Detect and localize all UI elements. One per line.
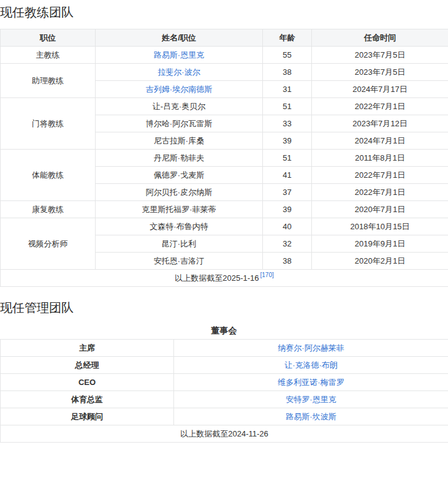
table-footnote: 以上数据截至2025-1-16[170] <box>1 270 448 287</box>
citation-sup: [170] <box>260 272 274 278</box>
coaching-table-foot: 以上数据截至2025-1-16[170] <box>1 270 448 287</box>
age-cell: 39 <box>263 201 312 218</box>
table-row: 体育总监安特罗·恩里克 <box>1 391 448 408</box>
date-cell: 2022年7月1日 <box>312 167 448 184</box>
person-link[interactable]: 吉列姆·埃尔南德斯 <box>146 85 212 94</box>
person-link[interactable]: 路易斯·坎波斯 <box>286 412 336 421</box>
table-row: 康复教练克里斯托福罗·菲莱蒂392020年7月1日 <box>1 201 448 218</box>
person-link[interactable]: 纳赛尔·阿尔赫莱菲 <box>278 343 344 352</box>
name-cell: 佩德罗·戈麦斯 <box>96 167 263 184</box>
table-row: 总经理让·克洛德·布朗 <box>1 357 448 374</box>
board-table-caption: 董事会 <box>0 326 448 335</box>
age-cell: 38 <box>263 64 312 81</box>
name-cell: 昆汀·比利 <box>96 235 263 253</box>
table-row: 主席纳赛尔·阿尔赫莱菲 <box>1 340 448 357</box>
table-row: 体能教练丹尼斯·勒菲夫512011年8月1日 <box>1 150 448 167</box>
table-row: 主教练路易斯·恩里克552023年7月5日 <box>1 47 448 64</box>
age-cell: 51 <box>263 98 312 115</box>
management-table-foot: 以上数据截至2024-11-26 <box>1 425 448 443</box>
name-cell: 让·克洛德·布朗 <box>174 357 448 374</box>
position-cell: 体能教练 <box>1 150 96 201</box>
person-link[interactable]: 安特罗·恩里克 <box>286 395 336 404</box>
name-cell: 纳赛尔·阿尔赫莱菲 <box>174 340 448 357</box>
coaching-table-head: 职位 姓名/职位 年龄 任命时间 <box>1 29 448 47</box>
date-cell: 2018年10月15日 <box>312 218 448 235</box>
coaching-section-heading: 现任教练团队 <box>0 5 448 20</box>
position-cell: 门将教练 <box>1 98 96 150</box>
position-cell: 康复教练 <box>1 201 96 218</box>
position-cell: CEO <box>1 374 174 391</box>
name-cell: 博尔哈·阿尔瓦雷斯 <box>96 115 263 132</box>
footnote-row: 以上数据截至2024-11-26 <box>1 425 448 443</box>
article-content: 现任教练团队 职位 姓名/职位 年龄 任命时间 主教练路易斯·恩里克552023… <box>0 5 448 443</box>
table-row: 助理教练拉斐尔·波尔382023年7月5日 <box>1 64 448 81</box>
date-cell: 2011年8月1日 <box>312 150 448 167</box>
date-cell: 2024年7月1日 <box>312 132 448 150</box>
name-cell: 尼古拉斯·库桑 <box>96 132 263 150</box>
person-link[interactable]: 维多利亚诺·梅雷罗 <box>278 378 344 387</box>
name-cell: 安特罗·恩里克 <box>174 391 448 408</box>
age-cell: 37 <box>263 184 312 201</box>
footnote-text: 以上数据截至2025-1-16 <box>175 273 259 283</box>
position-cell: 体育总监 <box>1 391 174 408</box>
age-cell: 31 <box>263 81 312 98</box>
coaching-table: 职位 姓名/职位 年龄 任命时间 主教练路易斯·恩里克552023年7月5日助理… <box>0 29 448 287</box>
position-cell: 主席 <box>1 340 174 357</box>
date-cell: 2022年7月1日 <box>312 98 448 115</box>
name-cell: 拉斐尔·波尔 <box>96 64 263 81</box>
date-cell: 2023年7月12日 <box>312 115 448 132</box>
header-row: 职位 姓名/职位 年龄 任命时间 <box>1 29 448 47</box>
name-cell: 让-吕克·奥贝尔 <box>96 98 263 115</box>
person-link[interactable]: 拉斐尔·波尔 <box>158 67 200 77</box>
table-row: 门将教练让-吕克·奥贝尔512022年7月1日 <box>1 98 448 115</box>
position-cell: 主教练 <box>1 47 96 64</box>
name-cell: 文森特·布鲁内特 <box>96 218 263 235</box>
footnote-row: 以上数据截至2025-1-16[170] <box>1 270 448 287</box>
table-footnote: 以上数据截至2024-11-26 <box>1 425 448 443</box>
name-cell: 丹尼斯·勒菲夫 <box>96 150 263 167</box>
position-cell: 足球顾问 <box>1 408 174 425</box>
age-cell: 38 <box>263 253 312 270</box>
column-header-position: 职位 <box>1 29 96 47</box>
person-link[interactable]: 让·克洛德·布朗 <box>284 360 338 370</box>
age-cell: 39 <box>263 132 312 150</box>
table-row: 足球顾问路易斯·坎波斯 <box>1 408 448 425</box>
table-row: 视频分析师文森特·布鲁内特402018年10月15日 <box>1 218 448 235</box>
name-cell: 阿尔贝托·皮尔纳斯 <box>96 184 263 201</box>
age-cell: 41 <box>263 167 312 184</box>
management-table-body: 主席纳赛尔·阿尔赫莱菲总经理让·克洛德·布朗CEO维多利亚诺·梅雷罗体育总监安特… <box>1 340 448 425</box>
name-cell: 安托恩·吉洛汀 <box>96 253 263 270</box>
date-cell: 2023年7月5日 <box>312 47 448 64</box>
coaching-table-body: 主教练路易斯·恩里克552023年7月5日助理教练拉斐尔·波尔382023年7月… <box>1 47 448 270</box>
age-cell: 32 <box>263 235 312 253</box>
citation-link[interactable]: [170] <box>260 272 274 278</box>
position-cell: 视频分析师 <box>1 218 96 270</box>
date-cell: 2020年7月1日 <box>312 201 448 218</box>
table-row: CEO维多利亚诺·梅雷罗 <box>1 374 448 391</box>
management-table: 主席纳赛尔·阿尔赫莱菲总经理让·克洛德·布朗CEO维多利亚诺·梅雷罗体育总监安特… <box>0 339 448 443</box>
age-cell: 51 <box>263 150 312 167</box>
date-cell: 2020年2月1日 <box>312 253 448 270</box>
column-header-age: 年龄 <box>263 29 312 47</box>
name-cell: 路易斯·恩里克 <box>96 47 263 64</box>
age-cell: 55 <box>263 47 312 64</box>
date-cell: 2019年9月1日 <box>312 235 448 253</box>
management-section-heading: 现任管理团队 <box>0 300 448 315</box>
name-cell: 维多利亚诺·梅雷罗 <box>174 374 448 391</box>
column-header-name: 姓名/职位 <box>96 29 263 47</box>
date-cell: 2022年7月1日 <box>312 184 448 201</box>
age-cell: 40 <box>263 218 312 235</box>
date-cell: 2023年7月5日 <box>312 64 448 81</box>
column-header-date: 任命时间 <box>312 29 448 47</box>
name-cell: 克里斯托福罗·菲莱蒂 <box>96 201 263 218</box>
position-cell: 总经理 <box>1 357 174 374</box>
position-cell: 助理教练 <box>1 64 96 98</box>
name-cell: 路易斯·坎波斯 <box>174 408 448 425</box>
person-link[interactable]: 路易斯·恩里克 <box>154 50 204 59</box>
name-cell: 吉列姆·埃尔南德斯 <box>96 81 263 98</box>
date-cell: 2024年7月17日 <box>312 81 448 98</box>
age-cell: 33 <box>263 115 312 132</box>
